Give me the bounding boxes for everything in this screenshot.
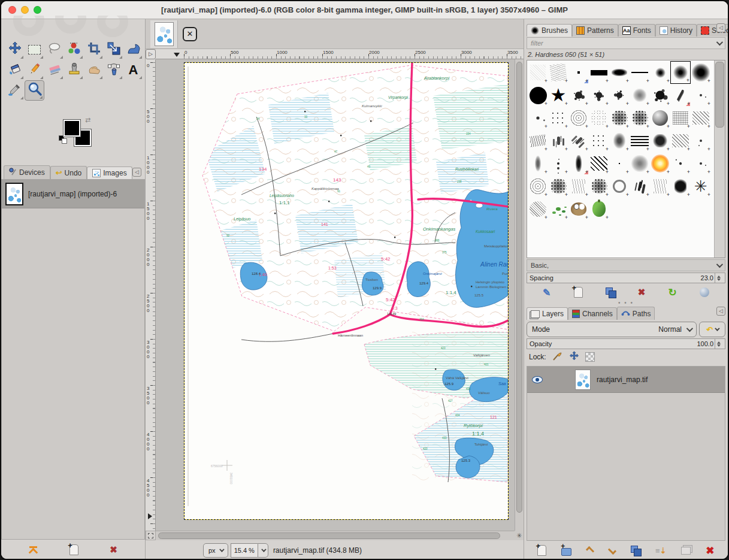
panel-resize-handle[interactable]: • • • bbox=[527, 301, 725, 305]
rect-select-tool-button[interactable] bbox=[25, 40, 44, 60]
brush-cell-blob[interactable] bbox=[650, 129, 670, 152]
brush-cell-blob-tall[interactable] bbox=[568, 152, 589, 175]
brush-cell-specks[interactable] bbox=[528, 107, 548, 129]
lock-position-button[interactable] bbox=[569, 351, 579, 363]
tab-paths[interactable]: Paths bbox=[617, 307, 655, 320]
vscroll-thumb[interactable] bbox=[516, 62, 522, 513]
tab-layers[interactable]: Layers bbox=[527, 307, 568, 320]
brush-dock-menu-button[interactable]: ◁ bbox=[716, 23, 725, 32]
brush-cell-ink[interactable] bbox=[630, 175, 650, 198]
vertical-scrollbar[interactable] bbox=[515, 59, 524, 531]
brush-cell-tex-ring[interactable] bbox=[568, 107, 589, 129]
brush-cell-circle[interactable] bbox=[528, 84, 548, 107]
bucket-fill-tool-button[interactable] bbox=[5, 60, 25, 80]
delete-brush-button[interactable]: ✖ bbox=[638, 287, 646, 298]
brush-cell-grunge[interactable] bbox=[589, 175, 609, 198]
brush-cell-dot[interactable] bbox=[568, 61, 589, 84]
tab-patterns[interactable]: Patterns bbox=[572, 24, 618, 37]
spacing-spinner[interactable] bbox=[715, 273, 722, 283]
brush-cell-line[interactable] bbox=[630, 61, 650, 84]
hscroll-thumb[interactable] bbox=[158, 532, 500, 539]
canvas-viewport[interactable]: ArablankorpiVirpankorpiKulmanvykkiRusthö… bbox=[156, 59, 515, 531]
brush-cell-grunge[interactable] bbox=[609, 107, 630, 129]
brush-cell-soft-s[interactable] bbox=[650, 61, 670, 84]
brush-cell-burst[interactable]: ✳ bbox=[691, 175, 711, 198]
lock-alpha-button[interactable] bbox=[585, 352, 595, 362]
tab-fonts[interactable]: AaFonts bbox=[618, 24, 655, 37]
brush-cell-specks[interactable] bbox=[691, 152, 711, 175]
brush-cell-dots-col[interactable] bbox=[548, 152, 568, 175]
unit-dropdown[interactable]: px bbox=[203, 543, 228, 558]
duplicate-brush-button[interactable] bbox=[606, 287, 615, 297]
brush-tag-filter[interactable]: Basic, bbox=[527, 259, 725, 271]
brush-cell-dots-grid[interactable] bbox=[589, 129, 609, 152]
brush-cell-vine[interactable] bbox=[548, 198, 568, 220]
brush-filter[interactable]: filter bbox=[527, 37, 725, 49]
tab-channels[interactable]: Channels bbox=[568, 307, 617, 320]
brush-cell-diag-lines[interactable] bbox=[589, 152, 609, 175]
brush-cell-pepper[interactable] bbox=[589, 198, 609, 220]
brush-scroll-thumb[interactable] bbox=[715, 62, 724, 128]
layers-dock-menu-button[interactable]: ◁ bbox=[716, 307, 725, 316]
brush-cell-soft-l[interactable] bbox=[691, 61, 711, 84]
tab-devices[interactable]: Devices bbox=[4, 165, 50, 179]
refresh-brushes-button[interactable]: ↻ bbox=[668, 286, 677, 299]
brush-cell-ball[interactable] bbox=[650, 107, 670, 129]
tab-history[interactable]: History bbox=[655, 24, 697, 37]
brush-cell-soft-m[interactable] bbox=[670, 61, 691, 84]
zoom-window-button[interactable] bbox=[34, 6, 41, 14]
brush-cell-fuzzy[interactable] bbox=[630, 152, 650, 175]
brush-cell-sun[interactable] bbox=[650, 152, 670, 175]
horizontal-scrollbar[interactable] bbox=[156, 531, 515, 540]
smudge-tool-button[interactable] bbox=[84, 60, 104, 80]
brush-cell-smoke[interactable] bbox=[609, 129, 630, 152]
pencil-tool-button[interactable] bbox=[25, 60, 44, 80]
image-tab-active[interactable] bbox=[150, 20, 178, 48]
brush-cell-star[interactable]: ★ bbox=[548, 84, 568, 107]
raise-to-top-button[interactable] bbox=[29, 546, 38, 553]
new-layer-group-button[interactable] bbox=[561, 548, 571, 556]
opacity-slider[interactable]: Opacity 100.0 bbox=[527, 338, 725, 349]
brush-cell-cells[interactable] bbox=[589, 107, 609, 129]
delete-layer-button[interactable]: ✖ bbox=[706, 544, 714, 557]
brush-cell-pixel[interactable] bbox=[609, 152, 630, 175]
foreground-color-swatch[interactable] bbox=[63, 120, 80, 137]
spacing-slider[interactable]: Spacing 23.0 bbox=[527, 273, 725, 283]
close-window-button[interactable] bbox=[8, 6, 16, 14]
brush-cell-tex-hatch[interactable] bbox=[691, 107, 711, 129]
brush-cell-tex-box[interactable] bbox=[670, 107, 691, 129]
text-tool-button[interactable]: A bbox=[123, 60, 143, 80]
tab-undo[interactable]: ↩ Undo bbox=[50, 166, 87, 179]
zoom-control[interactable]: 15.4 % bbox=[231, 543, 268, 558]
edit-brush-button[interactable]: ✎ bbox=[543, 287, 550, 298]
map-image[interactable]: ArablankorpiVirpankorpiKulmanvykkiRusthö… bbox=[184, 62, 509, 520]
image-tab-empty[interactable]: ✕ bbox=[183, 27, 197, 41]
new-brush-button[interactable] bbox=[574, 287, 583, 298]
brush-cell-tex-hatch[interactable] bbox=[670, 129, 691, 152]
blend-space-button[interactable]: ↶ bbox=[699, 322, 725, 337]
brush-cell-splat[interactable] bbox=[650, 84, 670, 107]
opacity-spinner[interactable] bbox=[715, 339, 722, 349]
delete-image-button[interactable]: ✖ bbox=[110, 544, 117, 555]
zoom-tool-button[interactable] bbox=[25, 80, 44, 101]
brush-cell-splat[interactable] bbox=[609, 84, 630, 107]
lower-layer-button[interactable] bbox=[608, 546, 616, 555]
flip-tool-button[interactable] bbox=[123, 40, 143, 60]
layer-mode-dropdown[interactable]: Mode Normal bbox=[527, 322, 697, 337]
brush-cell-dots-grid[interactable] bbox=[548, 107, 568, 129]
crop-tool-button[interactable] bbox=[84, 40, 104, 60]
paths-tool-button[interactable] bbox=[104, 60, 123, 80]
add-layer-mask-button[interactable] bbox=[681, 547, 691, 555]
brush-cell-twigs[interactable] bbox=[568, 175, 589, 198]
free-select-tool-button[interactable] bbox=[44, 40, 64, 60]
clone-tool-button[interactable] bbox=[64, 60, 84, 80]
layer-row[interactable]: rautjarvi_map.tif bbox=[527, 367, 725, 393]
new-layer-button[interactable] bbox=[537, 545, 546, 556]
brush-cell-smudge-v[interactable] bbox=[528, 152, 548, 175]
open-brush-as-image-button[interactable] bbox=[700, 287, 709, 297]
horizontal-ruler[interactable]: 0500100015002000250030003500 bbox=[156, 49, 524, 59]
brush-cell-fuzzy[interactable] bbox=[630, 84, 650, 107]
raise-layer-button[interactable] bbox=[586, 546, 594, 555]
brush-cell-lines-h[interactable] bbox=[630, 129, 650, 152]
brush-cell-splat[interactable] bbox=[568, 84, 589, 107]
